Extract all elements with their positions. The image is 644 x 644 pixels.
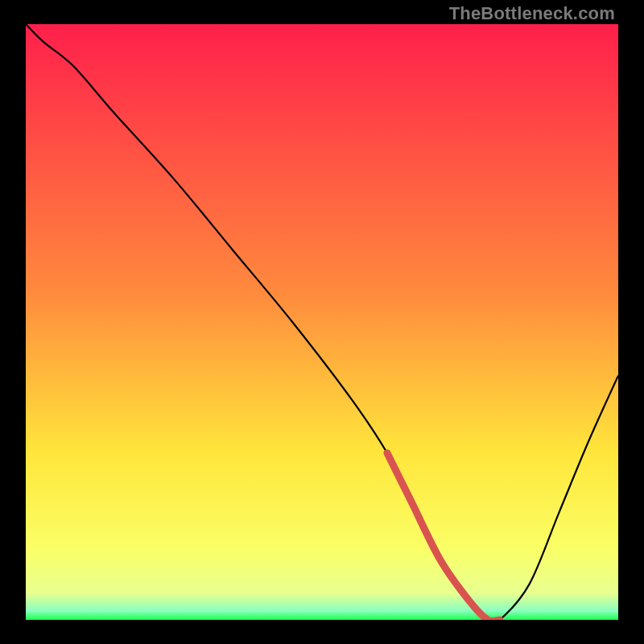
- plot-area: [26, 24, 618, 620]
- watermark-text: TheBottleneck.com: [449, 3, 615, 24]
- chart-frame: TheBottleneck.com: [0, 0, 644, 644]
- chart-svg: [26, 24, 618, 620]
